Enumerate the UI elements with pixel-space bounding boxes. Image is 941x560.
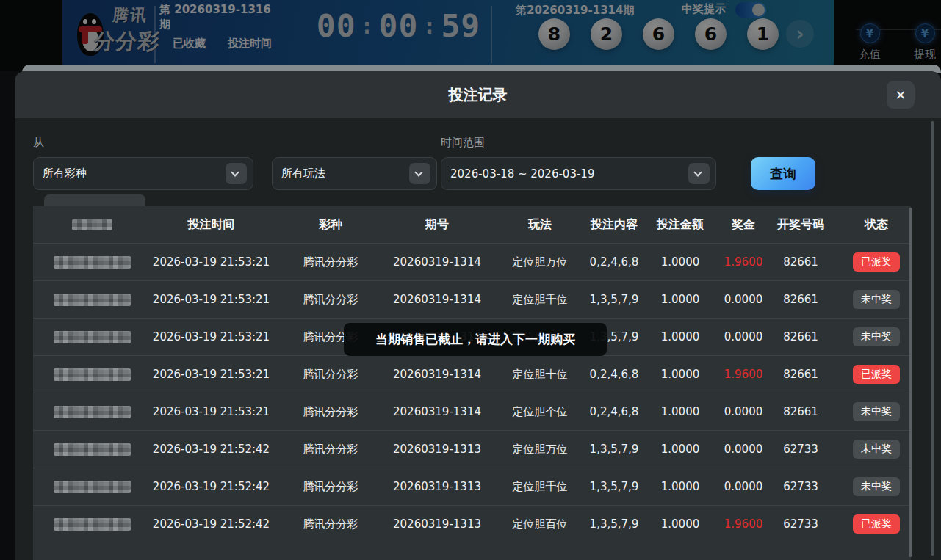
cell-bet-amount: 1.0000	[633, 393, 727, 430]
sales-closed-toast: 当期销售已截止，请进入下一期购买	[344, 323, 607, 356]
cell-prize: 1.9600	[727, 356, 760, 393]
cell-winning-numbers: 62733	[760, 468, 842, 505]
blurred-username	[54, 256, 131, 269]
cell-bet-content: 0,2,4,6,8	[595, 244, 633, 280]
cell-bet-amount: 1.0000	[633, 244, 727, 280]
win-tip-toggle[interactable]	[735, 2, 766, 18]
status-badge: 已派奖	[853, 365, 900, 384]
withdraw-button[interactable]: ¥ 提现	[906, 23, 941, 62]
penguin-eye	[83, 19, 87, 24]
cell-bet-content: 1,3,5,7,9	[595, 506, 633, 542]
table-scrollbar[interactable]	[909, 208, 912, 557]
table-row[interactable]: 2026-03-19 21:52:42 腾讯分分彩 20260319-1313 …	[33, 430, 911, 468]
banner-divider	[491, 6, 492, 63]
cell-bet-content: 0,2,4,6,8	[595, 356, 633, 393]
cell-bet-amount: 1.0000	[633, 506, 727, 542]
close-icon[interactable]: ✕	[887, 81, 915, 109]
chevron-down-icon	[688, 163, 710, 184]
play-type-select[interactable]: 所有玩法	[272, 157, 437, 190]
bet-records-modal: 投注记录 ✕ 从 时间范围 所有彩种 所有玩法 2026-03-18 ~ 202…	[15, 71, 941, 560]
result-period: 第20260319-1314期	[516, 4, 634, 18]
cell-lottery-type: 腾讯分分彩	[272, 506, 389, 542]
table-row[interactable]: 2026-03-19 21:53:21 腾讯分分彩 20260319-1314 …	[33, 243, 911, 280]
cell-play-type: 定位胆万位	[485, 431, 595, 468]
next-period-button[interactable]: ›	[786, 20, 814, 48]
cell-period: 20260319-1314	[389, 356, 485, 393]
cell-username-blurred	[33, 506, 151, 542]
cell-status: 未中奖	[842, 319, 911, 355]
query-button[interactable]: 查询	[751, 157, 815, 190]
recharge-label: 充值	[851, 48, 889, 62]
current-period-suffix: 期	[159, 17, 281, 32]
cell-winning-numbers: 62733	[760, 431, 842, 468]
cell-status: 未中奖	[842, 468, 911, 505]
yuan-icon: ¥	[915, 23, 935, 43]
cell-prize: 0.0000	[727, 468, 760, 505]
cell-bet-time: 2026-03-19 21:53:21	[151, 281, 272, 318]
cell-winning-numbers: 62733	[760, 506, 842, 542]
table-row[interactable]: 2026-03-19 21:53:21 腾讯分分彩 20260319-1314 …	[33, 280, 911, 318]
current-period: 第 20260319-1316 期	[159, 2, 281, 32]
current-period-number: 第 20260319-1316	[159, 2, 281, 17]
blurred-username	[54, 294, 131, 306]
cell-winning-numbers: 82661	[760, 393, 842, 430]
lottery-type-select[interactable]: 所有彩种	[33, 157, 253, 190]
column-header: 玩法	[485, 206, 595, 243]
table-body: 2026-03-19 21:53:21 腾讯分分彩 20260319-1314 …	[33, 243, 911, 542]
cell-status: 已派奖	[842, 244, 911, 280]
table-row[interactable]: 2026-03-19 21:52:42 腾讯分分彩 20260319-1313 …	[33, 505, 911, 542]
cell-bet-time: 2026-03-19 21:53:21	[151, 244, 272, 280]
cell-period: 20260319-1314	[389, 393, 485, 430]
lottery-ball: 6	[643, 18, 674, 50]
favorited-label[interactable]: 已收藏	[173, 37, 206, 50]
cell-username-blurred	[33, 356, 151, 393]
column-header: 投注内容	[595, 206, 633, 243]
status-badge: 未中奖	[853, 440, 900, 459]
time-range-label: 时间范围	[441, 136, 485, 150]
cell-status: 未中奖	[842, 393, 911, 430]
cell-username-blurred	[33, 431, 151, 468]
blurred-username	[54, 331, 131, 343]
result-balls: 82661	[538, 18, 779, 50]
recharge-button[interactable]: ¥ 充值	[851, 23, 889, 62]
cell-prize: 0.0000	[727, 319, 760, 355]
cell-bet-content: 0,2,4,6,8	[595, 393, 633, 430]
cell-bet-time: 2026-03-19 21:52:42	[151, 431, 272, 468]
bet-time-tab[interactable]: 投注时间	[228, 37, 272, 50]
countdown-hours: 00	[317, 7, 356, 44]
cell-username-blurred	[33, 244, 151, 280]
cell-bet-amount: 1.0000	[633, 356, 727, 393]
cell-bet-amount: 1.0000	[633, 319, 727, 355]
lottery-ball: 6	[695, 18, 727, 50]
cell-prize: 0.0000	[727, 431, 760, 468]
table-header-row: 投注时间彩种期号玩法投注内容投注金额奖金开奖号码状态	[33, 206, 911, 243]
column-header: 奖金	[727, 206, 760, 243]
cell-lottery-type: 腾讯分分彩	[272, 356, 389, 393]
blurred-username	[72, 219, 112, 230]
cell-lottery-type: 腾讯分分彩	[272, 468, 389, 505]
status-badge: 未中奖	[853, 402, 900, 421]
lottery-type-value: 所有彩种	[43, 167, 87, 181]
lottery-ball: 1	[747, 18, 779, 50]
bet-records-table: 投注时间彩种期号玩法投注内容投注金额奖金开奖号码状态 2026-03-19 21…	[33, 206, 911, 560]
toggle-knob	[752, 4, 765, 16]
cell-bet-content: 1,3,5,7,9	[595, 281, 633, 318]
table-row[interactable]: 2026-03-19 21:52:42 腾讯分分彩 20260319-1313 …	[33, 468, 911, 505]
cell-bet-time: 2026-03-19 21:52:42	[151, 506, 272, 542]
header-username-blurred	[33, 206, 151, 243]
cell-play-type: 定位胆万位	[485, 244, 595, 280]
cell-winning-numbers: 82661	[760, 244, 842, 280]
countdown-seconds: 59	[441, 7, 480, 44]
cell-username-blurred	[33, 393, 151, 430]
cell-status: 已派奖	[842, 506, 911, 542]
chevron-down-icon	[409, 163, 430, 184]
table-row[interactable]: 2026-03-19 21:53:21 腾讯分分彩 20260319-1314 …	[33, 393, 911, 430]
cell-period: 20260319-1313	[389, 431, 485, 468]
countdown-timer: 00:00:59	[305, 7, 492, 44]
lottery-ball: 2	[591, 18, 622, 50]
cell-play-type: 定位胆千位	[485, 468, 595, 505]
modal-scrollbar[interactable]	[931, 121, 934, 556]
table-row[interactable]: 2026-03-19 21:53:21 腾讯分分彩 20260319-1314 …	[33, 355, 911, 393]
cell-status: 未中奖	[842, 431, 911, 468]
date-range-select[interactable]: 2026-03-18 ~ 2026-03-19	[441, 157, 716, 190]
